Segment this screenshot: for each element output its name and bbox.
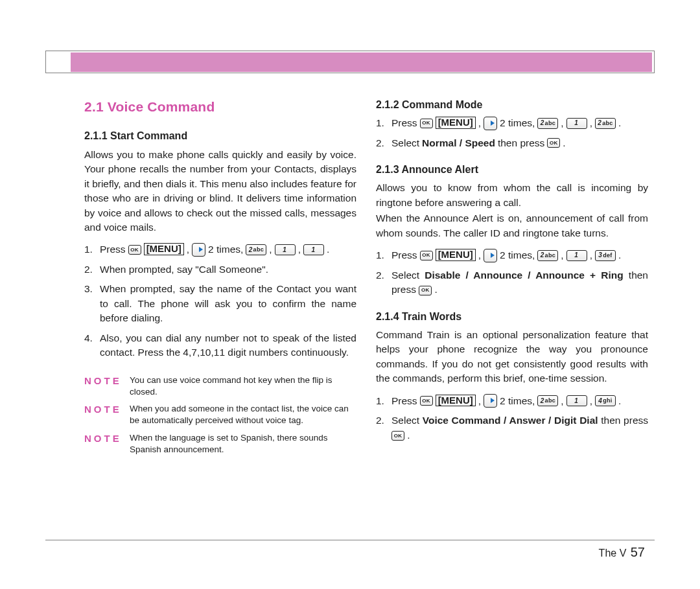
section-number: 2.1 — [84, 99, 104, 114]
left-column: 2.1 Voice Command 2.1.1 Start Command Al… — [84, 97, 356, 529]
step: 2. Select Disable / Announce / Announce … — [376, 268, 648, 297]
key-1-icon: 1 — [275, 244, 296, 255]
nav-right-key-icon — [484, 249, 497, 262]
note-text: When the language is set to Spanish, the… — [130, 432, 356, 456]
text: . — [618, 248, 621, 262]
step-number: 4. — [84, 331, 100, 345]
step: 1. Press OK [MENU] , 2 times, 2abc , 1 ,… — [84, 242, 356, 257]
text: 2 times, — [500, 394, 535, 408]
text: Press — [391, 394, 417, 408]
text: , — [478, 394, 481, 408]
text: , — [187, 242, 189, 257]
step: 2. Select Normal / Speed then press OK . — [376, 136, 648, 150]
text: , — [298, 242, 301, 257]
text: , — [590, 116, 592, 130]
note-label: NOTE — [84, 432, 130, 445]
key-2abc-icon: 2abc — [537, 395, 558, 406]
step-body: Press OK [MENU] , 2 times, 2abc , 1 , 4g… — [391, 394, 648, 408]
heading-212: 2.1.2 Command Mode — [376, 97, 648, 112]
step: 3. When prompted, say the name of the Co… — [84, 282, 356, 325]
header-accent — [71, 52, 652, 72]
step: 2. Select Voice Command / Answer / Digit… — [376, 413, 648, 443]
text: . — [404, 430, 410, 441]
note-row: NOTE When the language is set to Spanish… — [84, 432, 356, 456]
note-row: NOTE You can use voice command hot key w… — [84, 375, 356, 398]
text: , — [478, 248, 481, 262]
step-number: 1. — [376, 248, 391, 262]
step-body: Select Voice Command / Answer / Digit Di… — [391, 413, 648, 443]
ok-key-icon: OK — [420, 251, 433, 260]
text: . — [618, 394, 621, 408]
heading-211: 2.1.1 Start Command — [84, 128, 356, 143]
nav-right-key-icon — [484, 394, 497, 408]
bold-option: Voice Command / Answer / Digit Dial — [423, 415, 598, 426]
ok-key-icon: OK — [420, 119, 433, 128]
text: , — [478, 116, 481, 130]
step-number: 2. — [84, 262, 100, 277]
step-body: Select Normal / Speed then press OK . — [391, 136, 648, 150]
text: Press — [391, 248, 417, 262]
step-number: 2. — [376, 268, 391, 283]
text: . — [563, 136, 565, 150]
ok-key-icon: OK — [547, 138, 560, 148]
step-body: Press OK [MENU] , 2 times, 2abc , 1 , 1 … — [100, 242, 356, 257]
key-4ghi-icon: 4ghi — [595, 395, 616, 406]
step: 1. Press OK [MENU] , 2 times, 2abc , 1 ,… — [376, 248, 648, 262]
intro-paragraph: Allows you to make phone calls quickly a… — [84, 148, 356, 235]
step: 2. When prompted, say "Call Someone". — [84, 262, 356, 277]
ok-key-icon: OK — [128, 245, 141, 255]
step-number: 2. — [376, 413, 391, 428]
text: Select — [391, 270, 425, 281]
step-number: 1. — [376, 116, 391, 130]
step-body: Select Disable / Announce / Announce + R… — [391, 268, 648, 297]
key-1-icon: 1 — [566, 250, 587, 261]
step-body: Also, you can dial any number not to spe… — [100, 331, 356, 360]
note-label: NOTE — [84, 375, 130, 387]
text: . — [327, 242, 329, 257]
content: 2.1 Voice Command 2.1.1 Start Command Al… — [84, 97, 655, 529]
step-body: Press OK [MENU] , 2 times, 2abc , 1 , 3d… — [391, 248, 648, 262]
menu-label: [MENU] — [144, 243, 184, 255]
menu-label: [MENU] — [436, 117, 476, 129]
divider-bottom — [45, 540, 655, 540]
text: 2 times, — [500, 116, 535, 130]
key-1-icon: 1 — [303, 244, 324, 255]
text: Press — [391, 116, 417, 130]
key-3def-icon: 3def — [595, 250, 616, 261]
paragraph: Allows you to know from whom the call is… — [376, 181, 648, 210]
step-number: 1. — [376, 394, 391, 408]
text: 2 times, — [208, 242, 243, 257]
right-column: 2.1.2 Command Mode 1. Press OK [MENU] , … — [376, 97, 655, 529]
page-number: 57 — [631, 545, 645, 559]
heading-214: 2.1.4 Train Words — [376, 309, 648, 324]
text: 2 times, — [500, 248, 535, 262]
note-label: NOTE — [84, 403, 130, 416]
step-body: Press OK [MENU] , 2 times, 2abc , 1 , 2a… — [391, 116, 648, 130]
key-2abc-icon: 2abc — [537, 118, 558, 129]
footer: The V 57 — [599, 545, 645, 560]
section-name: Voice Command — [108, 99, 215, 114]
text: , — [561, 116, 563, 130]
step-number: 1. — [84, 242, 100, 257]
step: 1. Press OK [MENU] , 2 times, 2abc , 1 ,… — [376, 116, 648, 130]
text: , — [561, 248, 563, 262]
ok-key-icon: OK — [420, 396, 433, 406]
text: Press — [100, 242, 126, 257]
key-2abc-icon: 2abc — [595, 118, 616, 129]
key-2abc-icon: 2abc — [246, 244, 266, 255]
note-row: NOTE When you add someone in the contact… — [84, 403, 356, 426]
bold-option: Normal / Speed — [422, 136, 495, 150]
key-1-icon: 1 — [566, 118, 587, 129]
header-bar — [45, 51, 655, 73]
menu-label: [MENU] — [436, 249, 476, 261]
manual-page: 2.1 Voice Command 2.1.1 Start Command Al… — [0, 0, 700, 589]
step: 1. Press OK [MENU] , 2 times, 2abc , 1 ,… — [376, 394, 648, 408]
text: , — [561, 394, 563, 408]
step-body: When prompted, say the name of the Conta… — [100, 282, 356, 325]
text: . — [432, 284, 438, 295]
text: Select — [391, 415, 423, 426]
ok-key-icon: OK — [391, 431, 404, 441]
divider-top — [45, 73, 655, 73]
nav-right-key-icon — [484, 117, 497, 130]
note-text: When you add someone in the contact list… — [130, 403, 356, 426]
